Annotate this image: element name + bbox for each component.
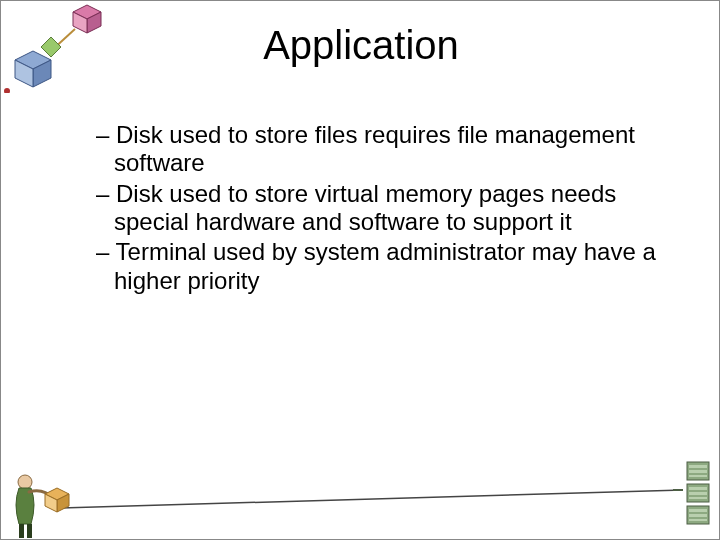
svg-rect-15 bbox=[27, 524, 32, 538]
svg-rect-16 bbox=[687, 462, 709, 480]
svg-point-10 bbox=[18, 475, 32, 489]
svg-marker-12 bbox=[57, 494, 69, 512]
slide-title: Application bbox=[1, 23, 720, 68]
svg-rect-19 bbox=[689, 475, 707, 477]
bullet-item: – Disk used to store files requires file… bbox=[96, 121, 656, 178]
bullet-text: Disk used to store virtual memory pages … bbox=[114, 180, 616, 235]
bullet-dash: – bbox=[96, 238, 116, 265]
svg-line-9 bbox=[61, 490, 683, 508]
svg-rect-26 bbox=[689, 514, 707, 517]
bullet-text: Terminal used by system administrator ma… bbox=[114, 238, 656, 293]
svg-rect-21 bbox=[689, 487, 707, 490]
svg-rect-20 bbox=[687, 484, 709, 502]
svg-rect-22 bbox=[689, 492, 707, 495]
svg-point-8 bbox=[4, 88, 10, 93]
svg-rect-14 bbox=[19, 524, 24, 538]
bullet-item: – Terminal used by system administrator … bbox=[96, 238, 656, 295]
svg-rect-23 bbox=[689, 497, 707, 499]
svg-marker-11 bbox=[45, 488, 69, 500]
svg-rect-27 bbox=[689, 519, 707, 521]
corner-decoration-bottom bbox=[0, 444, 719, 539]
bullet-text: Disk used to store files requires file m… bbox=[114, 121, 635, 176]
svg-rect-25 bbox=[689, 509, 707, 512]
bullet-dash: – bbox=[96, 180, 116, 207]
bullet-dash: – bbox=[96, 121, 116, 148]
slide: Application – Disk used to store files r… bbox=[0, 0, 720, 540]
svg-rect-24 bbox=[687, 506, 709, 524]
svg-rect-17 bbox=[689, 465, 707, 468]
slide-body: – Disk used to store files requires file… bbox=[96, 121, 656, 297]
bullet-item: – Disk used to store virtual memory page… bbox=[96, 180, 656, 237]
svg-marker-13 bbox=[45, 494, 57, 512]
svg-rect-18 bbox=[689, 470, 707, 473]
